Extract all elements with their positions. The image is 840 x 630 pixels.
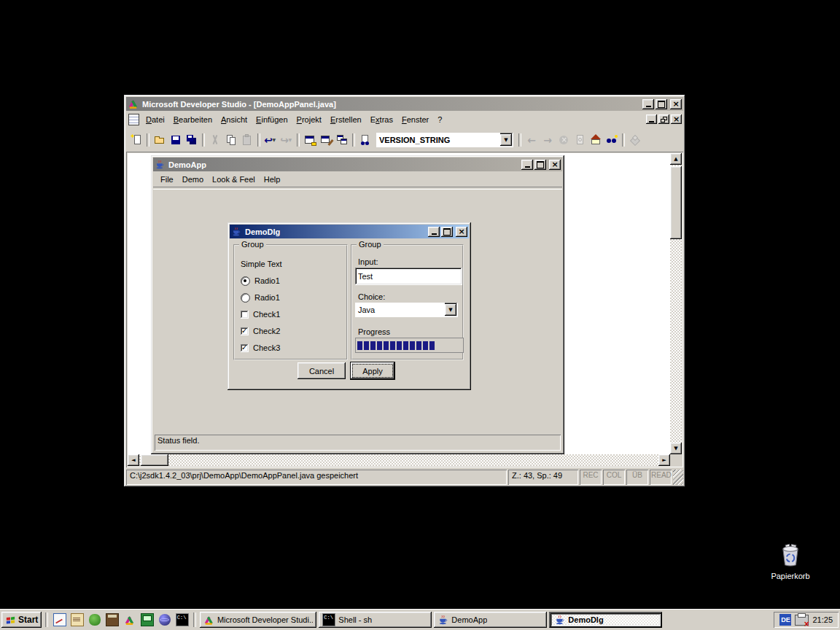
resize-grip[interactable] [673,470,683,485]
show-desktop-launcher[interactable] [52,612,67,628]
menu-erstellen[interactable]: Erstellen [326,113,366,126]
menu-einf-gen[interactable]: Einfügen [252,113,292,126]
keyboard-layout-indicator[interactable]: DE [779,614,791,626]
radio-button[interactable] [241,293,250,303]
home-button[interactable] [588,132,604,148]
windows-flag-icon [5,615,16,626]
terminal-launcher[interactable] [139,612,155,628]
indicator-rec: REC [580,470,602,485]
save-all-button[interactable] [184,132,200,148]
find-combobox[interactable]: VERSION_STRING▼ [376,133,513,147]
minimize-icon [432,233,437,235]
maximize-button[interactable] [656,99,667,109]
stop-button[interactable] [556,132,572,148]
choice-combobox[interactable]: Java ▼ [355,303,458,317]
checkbox[interactable] [241,311,249,319]
task-button-demodlg[interactable]: DemoDlg [549,612,662,628]
undo-button[interactable]: ↩▼ [262,132,279,148]
redo-button[interactable]: ↪▼ [279,132,295,148]
component-gallery-button[interactable] [627,132,643,148]
paste-button[interactable] [239,132,255,148]
document-icon[interactable] [128,114,139,125]
vertical-scrollbar[interactable]: ▲ ▼ [670,153,682,454]
menu-look-feel[interactable]: Look & Feel [208,173,260,186]
windows-button[interactable] [334,132,350,148]
apply-button[interactable]: Apply [351,362,394,379]
menu-help[interactable]: Help [260,173,285,186]
open-button[interactable] [152,132,168,148]
close-button[interactable]: × [670,99,682,109]
msdev-titlebar[interactable]: Microsoft Developer Studio - [DemoAppPan… [126,97,683,111]
new-file-button[interactable] [128,132,144,148]
checkbox[interactable] [241,344,249,352]
input-field[interactable] [355,268,462,285]
mdi-minimize-button[interactable] [646,114,657,124]
console-launcher[interactable] [174,612,190,628]
cut-button[interactable] [207,132,223,148]
menu-item[interactable]: ? [433,113,446,126]
back-button[interactable]: ← [524,132,540,148]
horizontal-scrollbar[interactable]: ◄ ► [128,454,670,466]
mdi-restore-button[interactable] [658,114,669,124]
scroll-left-button[interactable]: ◄ [128,454,139,466]
scroll-right-button[interactable]: ► [658,454,670,466]
java-icon [554,615,565,626]
menu-ansicht[interactable]: Ansicht [217,113,252,126]
mdi-close-button[interactable]: × [671,114,682,124]
java-icon [155,160,165,170]
menu-projekt[interactable]: Projekt [292,113,326,126]
minimize-button[interactable] [642,99,654,109]
menu-fenster[interactable]: Fenster [397,113,433,126]
combo-dropdown-button[interactable]: ▼ [500,134,512,146]
forward-button[interactable]: → [540,132,556,148]
msdev-menubar: DateiBearbeitenAnsichtEinfügenProjektErs… [126,111,683,128]
maximize-button[interactable] [534,160,546,170]
printer-status-icon[interactable] [795,615,809,626]
demoapp-titlebar[interactable]: DemoApp × [153,158,562,171]
book-launcher[interactable] [104,612,120,628]
minimize-button[interactable] [521,160,533,170]
menu-demo[interactable]: Demo [178,173,208,186]
msdev-icon [124,615,135,626]
close-icon: × [672,100,679,108]
green-app-launcher[interactable] [87,612,102,628]
menu-datei[interactable]: Datei [141,113,169,126]
workspace-button[interactable] [302,132,318,148]
menu-file[interactable]: File [156,173,178,186]
task-button-demoapp[interactable]: DemoApp [434,612,547,628]
task-button-microsoft-developer-studi[interactable]: Microsoft Developer Studi... [200,612,316,628]
find-in-files-button[interactable] [357,132,373,148]
scroll-right-icon: ► [662,457,666,463]
close-button[interactable]: × [549,160,561,170]
save-button[interactable] [168,132,184,148]
taskbar-clock: 21:25 [812,615,833,624]
combo-dropdown-button[interactable]: ▼ [445,304,456,316]
checkbox[interactable] [241,327,249,335]
minimize-button[interactable] [428,227,440,237]
menu-bearbeiten[interactable]: Bearbeiten [169,113,217,126]
refresh-button[interactable] [572,132,588,148]
demodlg-titlebar[interactable]: DemoDlg × [230,225,469,238]
vertical-scroll-thumb[interactable] [670,166,682,239]
green-app-icon [89,614,101,626]
copy-button[interactable] [223,132,239,148]
build-button[interactable] [318,132,334,148]
progress-segment [377,341,382,350]
browser-launcher[interactable] [157,612,172,628]
start-label: Start [18,615,38,625]
horizontal-scroll-thumb[interactable] [141,454,168,466]
task-button-shell-sh[interactable]: Shell - sh [319,612,432,628]
notes-launcher[interactable] [69,612,85,628]
menu-extras[interactable]: Extras [366,113,397,126]
start-button[interactable]: Start [1,612,42,628]
scroll-down-button[interactable]: ▼ [670,443,682,454]
taskbar-separator [45,612,48,627]
scroll-up-button[interactable]: ▲ [670,153,682,165]
radio-button[interactable] [241,276,250,286]
recycle-bin[interactable]: Papierkorb [770,542,811,580]
close-button[interactable]: × [456,227,467,237]
maximize-button[interactable] [441,227,453,237]
msdev-launcher[interactable] [122,612,137,628]
cancel-button[interactable]: Cancel [298,362,346,379]
search-button[interactable] [604,132,620,148]
